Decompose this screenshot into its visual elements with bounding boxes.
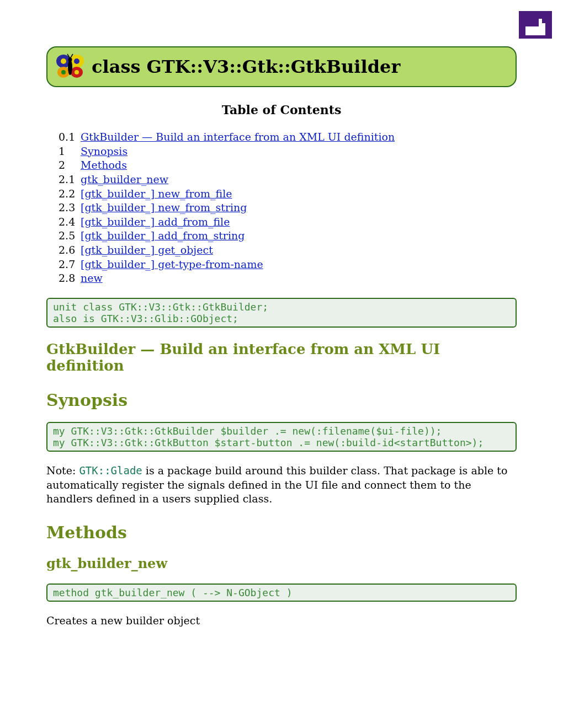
toc-link[interactable]: GtkBuilder — Build an interface from an … (81, 131, 395, 143)
code-unit-declaration: unit class GTK::V3::Gtk::GtkBuilder; als… (46, 298, 517, 328)
note-paragraph: Note: GTK::Glade is a package build arou… (46, 464, 517, 506)
butterfly-icon (55, 53, 85, 81)
toc-row: 2.6[gtk_builder_] get_object (59, 243, 395, 258)
corner-logo (519, 11, 552, 39)
toc-row: 2.1gtk_builder_new (59, 173, 395, 187)
code-synopsis: my GTK::V3::Gtk::GtkBuilder $builder .= … (46, 422, 517, 452)
toc-row: 2.4[gtk_builder_] add_from_file (59, 215, 395, 229)
toc-link[interactable]: gtk_builder_new (81, 173, 168, 185)
toc-link[interactable]: Methods (81, 159, 127, 171)
note-prefix: Note: (46, 464, 79, 477)
svg-point-9 (75, 70, 79, 74)
code-gtk-builder-new: method gtk_builder_new ( --> N-GObject ) (46, 584, 517, 602)
toc-link[interactable]: [gtk_builder_] add_from_string (81, 229, 245, 242)
toc-row: 2.7[gtk_builder_] get-type-from-name (59, 258, 395, 272)
svg-point-10 (68, 60, 72, 75)
toc-row: 0.1GtkBuilder — Build an interface from … (59, 130, 395, 144)
svg-rect-1 (535, 19, 539, 26)
toc-row: 2Methods (59, 158, 395, 173)
toc-row: 1Synopsis (59, 144, 395, 159)
toc-link[interactable]: [gtk_builder_] get-type-from-name (81, 258, 263, 270)
svg-point-6 (61, 58, 66, 64)
heading-synopsis: Synopsis (46, 390, 517, 410)
toc-link[interactable]: new (81, 272, 103, 284)
page-title: class GTK::V3::Gtk::GtkBuilder (92, 56, 400, 77)
heading-gtk-builder-new: gtk_builder_new (46, 555, 517, 571)
note-inline-code: GTK::Glade (79, 464, 142, 477)
toc-row: 2.3[gtk_builder_] new_from_string (59, 201, 395, 215)
toc-row: 2.8new (59, 271, 395, 286)
heading-methods: Methods (46, 523, 517, 542)
heading-intro: GtkBuilder — Build an interface from an … (46, 341, 517, 374)
toc-row: 2.5[gtk_builder_] add_from_string (59, 229, 395, 243)
toc-link[interactable]: [gtk_builder_] add_from_file (81, 216, 230, 228)
toc-link[interactable]: [gtk_builder_] get_object (81, 244, 213, 256)
toc-link[interactable]: [gtk_builder_] new_from_string (81, 201, 247, 213)
table-of-contents: 0.1GtkBuilder — Build an interface from … (59, 130, 395, 286)
title-banner: class GTK::V3::Gtk::GtkBuilder (46, 46, 517, 87)
toc-heading: Table of Contents (46, 103, 517, 117)
toc-link[interactable]: Synopsis (81, 145, 128, 157)
toc-row: 2.2[gtk_builder_] new_from_file (59, 187, 395, 201)
svg-point-7 (74, 58, 79, 64)
toc-link[interactable]: [gtk_builder_] new_from_file (81, 188, 232, 200)
creates-paragraph: Creates a new builder object (46, 614, 517, 628)
svg-point-8 (61, 70, 66, 74)
